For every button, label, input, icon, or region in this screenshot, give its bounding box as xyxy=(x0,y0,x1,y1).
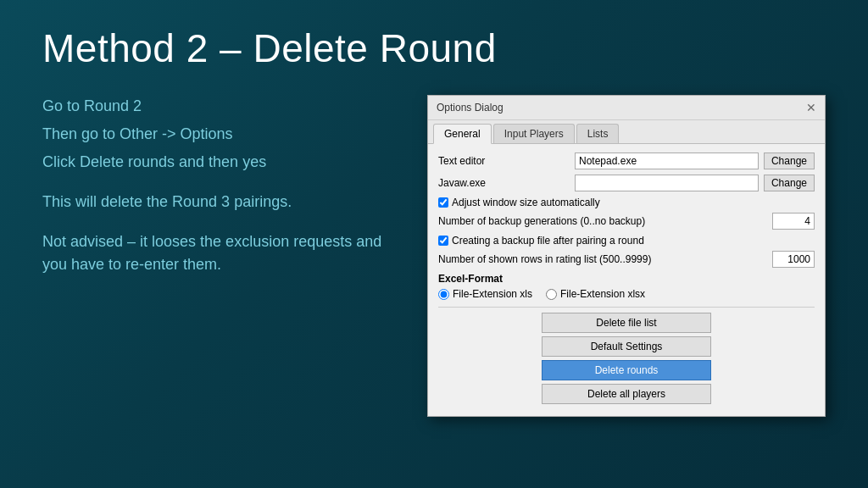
line4: This will delete the Round 3 pairings. xyxy=(42,191,402,214)
javaw-row: Javaw.exe Change xyxy=(438,175,815,191)
divider1 xyxy=(438,307,815,308)
radio-xls-label: File-Extension xls xyxy=(453,288,532,300)
backup-file-label: Creating a backup file after pairing a r… xyxy=(452,235,644,247)
left-text-panel: Go to Round 2 Then go to Other -> Option… xyxy=(42,95,402,281)
radio-xlsx-input[interactable] xyxy=(546,289,557,300)
delete-rounds-row: Delete rounds xyxy=(438,360,815,380)
backup-input[interactable] xyxy=(772,213,815,230)
rows-input[interactable] xyxy=(772,251,815,268)
dialog-title: Options Dialog xyxy=(437,102,504,114)
delete-file-list-row: Delete file list xyxy=(438,313,815,333)
tab-general[interactable]: General xyxy=(433,124,492,144)
radio-xlsx: File-Extension xlsx xyxy=(546,288,645,300)
radio-xls: File-Extension xls xyxy=(438,288,532,300)
adjust-window-label: Adjust window size automatically xyxy=(452,197,600,208)
content-area: Go to Round 2 Then go to Other -> Option… xyxy=(42,95,826,417)
tab-lists[interactable]: Lists xyxy=(576,124,620,143)
options-dialog: Options Dialog ✕ General Input Players L… xyxy=(427,95,826,417)
backup-file-checkbox[interactable] xyxy=(438,236,448,246)
line5: Not advised – it looses the exclusion re… xyxy=(42,230,402,276)
slide: Method 2 – Delete Round Go to Round 2 Th… xyxy=(0,0,868,488)
excel-format-label: Excel-Format xyxy=(438,273,815,285)
default-settings-button[interactable]: Default Settings xyxy=(542,336,711,357)
close-icon[interactable]: ✕ xyxy=(806,101,816,114)
dialog-body: Text editor Change Javaw.exe Change Adju… xyxy=(428,144,825,416)
radio-xls-input[interactable] xyxy=(438,289,449,300)
delete-all-players-button[interactable]: Delete all players xyxy=(542,384,711,404)
dialog-titlebar: Options Dialog ✕ xyxy=(428,96,825,120)
line2: Then go to Other -> Options xyxy=(42,123,402,146)
backup-file-row: Creating a backup file after pairing a r… xyxy=(438,235,815,247)
text-editor-label: Text editor xyxy=(438,155,570,167)
text-editor-change-button[interactable]: Change xyxy=(764,152,815,169)
adjust-window-row: Adjust window size automatically xyxy=(438,197,815,208)
dialog-tabs: General Input Players Lists xyxy=(428,120,825,144)
shown-rows-row: Number of shown rows in rating list (500… xyxy=(438,251,815,268)
text-editor-input[interactable] xyxy=(575,152,759,169)
radio-xlsx-label: File-Extension xlsx xyxy=(560,288,645,300)
delete-rounds-button[interactable]: Delete rounds xyxy=(542,360,711,380)
rows-label: Number of shown rows in rating list (500… xyxy=(438,253,767,265)
slide-title: Method 2 – Delete Round xyxy=(42,25,826,71)
text-editor-row: Text editor Change xyxy=(438,152,815,169)
line3: Click Delete rounds and then yes xyxy=(42,151,402,174)
backup-generations-row: Number of backup generations (0..no back… xyxy=(438,213,815,230)
adjust-window-checkbox[interactable] xyxy=(438,197,448,208)
delete-file-list-button[interactable]: Delete file list xyxy=(542,313,711,333)
tab-input-players[interactable]: Input Players xyxy=(493,124,575,143)
backup-label: Number of backup generations (0..no back… xyxy=(438,215,767,227)
javaw-change-button[interactable]: Change xyxy=(764,175,815,191)
delete-all-players-row: Delete all players xyxy=(438,384,815,404)
excel-format-row: File-Extension xls File-Extension xlsx xyxy=(438,288,815,300)
default-settings-row: Default Settings xyxy=(438,336,815,357)
line1: Go to Round 2 xyxy=(42,95,402,118)
javaw-label: Javaw.exe xyxy=(438,177,570,189)
javaw-input[interactable] xyxy=(575,175,759,191)
